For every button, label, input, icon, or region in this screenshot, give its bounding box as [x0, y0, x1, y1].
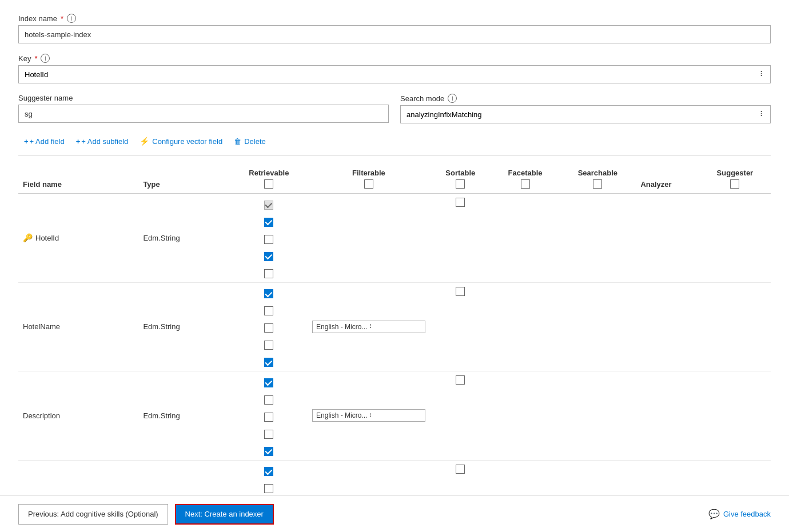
suggester-checkbox[interactable] — [456, 465, 465, 474]
retrievable-checkbox[interactable] — [264, 289, 273, 298]
fields-table-container: Field name Type Retrievable Filterable — [18, 164, 771, 532]
retrievable-checkbox[interactable] — [264, 467, 273, 476]
filterable-cell — [230, 214, 308, 231]
sortable-checkbox[interactable] — [264, 235, 273, 244]
search-mode-select[interactable]: analyzingInfixMatching — [400, 105, 771, 123]
th-suggester: Suggester — [699, 164, 771, 194]
index-name-label: Index name * i — [18, 14, 771, 23]
th-field-name: Field name — [18, 164, 138, 194]
sortable-checkbox[interactable] — [264, 323, 273, 333]
table-row: Description Edm.String English - Micro..… — [18, 371, 771, 461]
key-select-wrapper: HotelId ⠇ — [18, 65, 771, 83]
facetable-checkbox[interactable] — [264, 430, 273, 439]
suggester-name-input[interactable] — [18, 105, 389, 123]
sortable-cell — [230, 319, 308, 337]
facetable-cell — [230, 248, 308, 265]
searchable-cell — [230, 265, 308, 282]
toolbar: + + Add field + + Add subfield ⚡ Configu… — [18, 134, 771, 156]
retrievable-cell — [230, 285, 308, 302]
searchable-cell — [230, 354, 308, 371]
index-name-input[interactable] — [18, 25, 771, 43]
search-mode-label: Search mode i — [400, 94, 771, 103]
feedback-label: Give feedback — [723, 510, 771, 518]
filterable-checkbox[interactable] — [264, 395, 273, 405]
header-facetable-checkbox[interactable] — [521, 179, 530, 189]
configure-vector-button[interactable]: ⚡ Configure vector field — [134, 134, 228, 149]
retrievable-checkbox — [264, 201, 273, 210]
suggester-cell — [430, 283, 491, 300]
searchable-checkbox[interactable] — [264, 358, 273, 367]
prev-button[interactable]: Previous: Add cognitive skills (Optional… — [18, 504, 168, 525]
table-row: HotelName Edm.String English - Micro... … — [18, 282, 771, 371]
delete-button[interactable]: 🗑 Delete — [228, 134, 272, 149]
th-facetable: Facetable — [491, 164, 559, 194]
footer: Previous: Add cognitive skills (Optional… — [0, 495, 789, 532]
key-select[interactable]: HotelId — [18, 65, 771, 83]
suggester-cell — [430, 194, 491, 211]
th-analyzer: Analyzer — [636, 164, 699, 194]
filterable-cell — [230, 391, 308, 409]
th-type: Type — [138, 164, 230, 194]
analyzer-chevron-icon: ⠇ — [369, 413, 373, 419]
type-cell: Edm.String — [138, 371, 230, 461]
analyzer-select[interactable]: English - Micro... ⠇ — [312, 409, 425, 422]
filterable-cell — [230, 302, 308, 319]
header-searchable-checkbox[interactable] — [593, 179, 602, 189]
suggester-cell — [430, 461, 491, 478]
type-cell: Edm.String — [138, 194, 230, 283]
delete-icon: 🗑 — [234, 137, 241, 146]
header-sortable-checkbox[interactable] — [456, 179, 465, 189]
add-subfield-icon: + — [76, 137, 81, 146]
retrievable-cell — [230, 463, 308, 480]
header-filterable-checkbox[interactable] — [364, 179, 373, 189]
filterable-cell — [230, 480, 308, 497]
footer-left: Previous: Add cognitive skills (Optional… — [18, 504, 274, 525]
facetable-cell — [230, 337, 308, 354]
add-field-button[interactable]: + + Add field — [18, 134, 70, 149]
configure-vector-icon: ⚡ — [140, 137, 149, 146]
filterable-checkbox[interactable] — [264, 218, 273, 227]
suggester-cell — [430, 371, 491, 389]
add-subfield-button[interactable]: + + Add subfield — [70, 134, 134, 149]
add-field-icon: + — [24, 137, 29, 146]
searchable-checkbox[interactable] — [264, 447, 273, 456]
search-mode-select-wrapper: analyzingInfixMatching ⠇ — [400, 105, 771, 123]
retrievable-checkbox[interactable] — [264, 378, 273, 387]
filterable-checkbox[interactable] — [264, 306, 273, 315]
searchable-cell — [230, 443, 308, 460]
feedback-icon: 💬 — [708, 509, 720, 519]
suggester-name-label: Suggester name — [18, 94, 389, 102]
analyzer-cell — [308, 194, 430, 283]
sortable-cell — [230, 409, 308, 426]
required-star: * — [61, 14, 63, 23]
header-suggester-checkbox[interactable] — [730, 179, 739, 189]
th-searchable: Searchable — [559, 164, 636, 194]
suggester-checkbox[interactable] — [456, 198, 465, 207]
suggester-checkbox[interactable] — [456, 287, 465, 296]
filterable-checkbox[interactable] — [264, 484, 273, 493]
next-button[interactable]: Next: Create an indexer — [175, 504, 274, 525]
retrievable-cell — [230, 374, 308, 391]
type-cell: Edm.String — [138, 282, 230, 371]
analyzer-cell: English - Micro... ⠇ — [308, 282, 430, 371]
searchable-checkbox[interactable] — [264, 269, 273, 278]
th-sortable: Sortable — [430, 164, 491, 194]
search-mode-info-icon[interactable]: i — [448, 94, 457, 103]
facetable-cell — [230, 426, 308, 443]
analyzer-cell: English - Micro... ⠇ — [308, 371, 430, 461]
sortable-checkbox[interactable] — [264, 413, 273, 422]
key-label: Key * i — [18, 54, 771, 63]
table-header-row: Field name Type Retrievable Filterable — [18, 164, 771, 194]
table-row: 🔑 HotelId Edm.String — [18, 194, 771, 283]
facetable-checkbox[interactable] — [264, 341, 273, 350]
th-filterable: Filterable — [308, 164, 430, 194]
key-info-icon[interactable]: i — [41, 54, 50, 63]
sortable-cell — [230, 231, 308, 248]
analyzer-select[interactable]: English - Micro... ⠇ — [312, 321, 425, 333]
give-feedback-link[interactable]: 💬 Give feedback — [708, 509, 771, 519]
suggester-checkbox[interactable] — [456, 375, 465, 385]
key-required-star: * — [34, 54, 37, 63]
facetable-checkbox[interactable] — [264, 252, 273, 261]
header-retrievable-checkbox[interactable] — [264, 179, 273, 189]
index-name-info-icon[interactable]: i — [67, 14, 76, 23]
